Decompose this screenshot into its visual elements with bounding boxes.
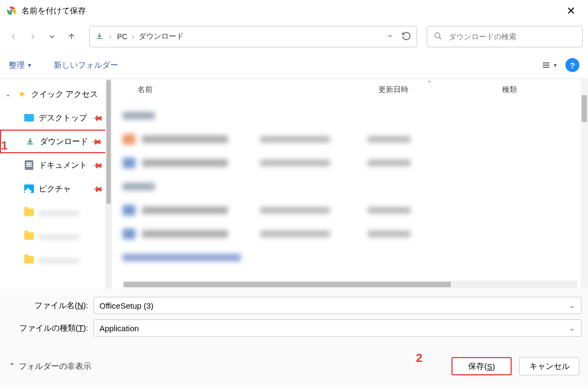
chevron-down-icon[interactable]: ⌄ (427, 76, 432, 84)
toolbar: 整理▼ 新しいフォルダー ▼ ? (0, 57, 588, 79)
sidebar-item-downloads[interactable]: ダウンロード 📌 (0, 130, 112, 153)
recent-dropdown[interactable] (44, 28, 60, 45)
forward-button[interactable] (25, 28, 41, 45)
column-name[interactable]: 名前 (138, 85, 378, 95)
bottom-panel: ファイル名(N): OfficeSetup (3)⌄ ファイルの種類(T): A… (0, 288, 588, 385)
column-headers: 名前 更新日時⌄ 種類 (112, 79, 588, 101)
folder-icon (24, 209, 34, 216)
svg-point-2 (10, 9, 12, 12)
folder-icon (24, 232, 34, 240)
picture-icon (24, 184, 34, 193)
refresh-button[interactable] (401, 31, 411, 42)
download-icon (25, 137, 35, 146)
document-icon (24, 160, 34, 170)
breadcrumb-separator: › (109, 32, 112, 41)
address-dropdown[interactable] (386, 32, 394, 41)
main-area: ⌄ ★ クイック アクセス デスクトップ 📌 ダウンロード 📌 ドキュメント 📌… (0, 79, 588, 288)
sidebar-item-documents[interactable]: ドキュメント 📌 (0, 153, 112, 177)
view-options-button[interactable]: ▼ (542, 60, 558, 70)
pin-icon: 📌 (91, 182, 104, 195)
title-bar: 名前を付けて保存 ✕ (0, 0, 588, 22)
download-folder-icon (95, 32, 104, 42)
filetype-label: ファイルの種類(T): (6, 323, 94, 333)
folder-icon (24, 256, 34, 263)
filetype-select[interactable]: Application⌄ (94, 319, 582, 337)
sidebar-quick-access[interactable]: ⌄ ★ クイック アクセス (0, 82, 112, 106)
nav-row: › PC › ダウンロード (0, 22, 588, 57)
star-icon: ★ (16, 89, 27, 99)
sidebar: ⌄ ★ クイック アクセス デスクトップ 📌 ダウンロード 📌 ドキュメント 📌… (0, 79, 112, 288)
chevron-down-icon[interactable]: ⌄ (569, 301, 576, 310)
cancel-button[interactable]: キャンセル (519, 357, 579, 375)
file-rows-blurred (112, 101, 588, 273)
filename-input[interactable]: OfficeSetup (3)⌄ (94, 297, 582, 314)
search-box[interactable] (427, 26, 583, 47)
up-button[interactable] (63, 28, 80, 45)
search-icon (434, 32, 442, 42)
sidebar-scrollbar[interactable] (105, 79, 112, 288)
column-type[interactable]: 種類 (502, 85, 588, 95)
search-input[interactable] (448, 32, 576, 41)
window-title: 名前を付けて保存 (21, 6, 560, 16)
sidebar-item-desktop[interactable]: デスクトップ 📌 (0, 106, 112, 130)
filename-label: ファイル名(N): (6, 301, 94, 311)
chevron-down-icon[interactable]: ⌄ (4, 90, 12, 98)
pin-icon: 📌 (91, 111, 104, 124)
column-date[interactable]: 更新日時⌄ (378, 85, 502, 95)
horizontal-scrollbar[interactable] (123, 281, 577, 288)
organize-button[interactable]: 整理▼ (9, 60, 32, 70)
chrome-icon (6, 6, 16, 16)
svg-point-3 (435, 33, 440, 38)
new-folder-button[interactable]: 新しいフォルダー (54, 60, 118, 70)
sidebar-item-pictures[interactable]: ピクチャ 📌 (0, 177, 112, 201)
address-bar[interactable]: › PC › ダウンロード (89, 26, 417, 47)
vertical-scrollbar[interactable] (580, 79, 588, 288)
hide-folders-toggle[interactable]: ⌃ フォルダーの非表示 (9, 361, 91, 372)
sidebar-item-folder[interactable]: xxxxxxxxxx (0, 201, 112, 224)
breadcrumb-root[interactable]: PC (117, 32, 127, 41)
pin-icon: 📌 (90, 135, 103, 147)
breadcrumb-separator: › (132, 32, 134, 41)
back-button[interactable] (5, 28, 21, 45)
desktop-icon (24, 114, 34, 122)
chevron-up-icon: ⌃ (9, 361, 16, 371)
save-button[interactable]: 保存(S) (451, 357, 512, 375)
close-button[interactable]: ✕ (560, 4, 582, 17)
file-list: 名前 更新日時⌄ 種類 (112, 79, 588, 288)
breadcrumb-folder[interactable]: ダウンロード (139, 32, 184, 41)
sidebar-item-folder[interactable]: xxxxxxxxxx (0, 224, 112, 248)
pin-icon: 📌 (91, 159, 104, 171)
sidebar-item-folder[interactable]: xxxxxxxxxx (0, 248, 112, 272)
chevron-down-icon[interactable]: ⌄ (569, 323, 576, 333)
help-button[interactable]: ? (565, 58, 579, 72)
